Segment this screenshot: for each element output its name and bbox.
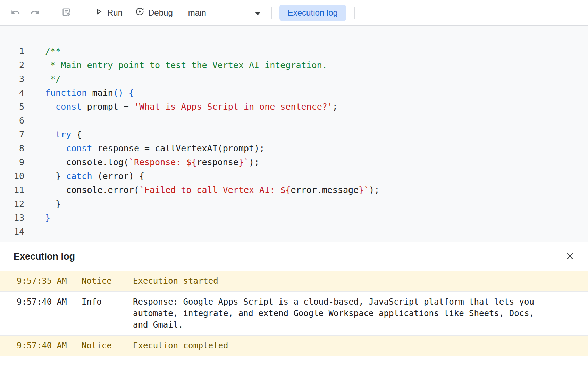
line-number: 3 <box>0 72 24 86</box>
function-selector[interactable]: main <box>185 6 264 20</box>
code-token: } <box>45 171 66 181</box>
save-project-button[interactable] <box>59 6 73 20</box>
code-token: */ <box>45 74 61 84</box>
line-number: 5 <box>0 100 24 114</box>
code-line[interactable]: function main() { <box>45 86 379 100</box>
code-token <box>45 129 56 139</box>
close-execution-log-button[interactable] <box>562 249 578 264</box>
code-token: error.message <box>291 185 359 195</box>
code-token: ; <box>333 102 338 112</box>
code-token: }` <box>238 157 249 167</box>
log-entry-level: Notice <box>82 340 133 352</box>
undo-icon <box>11 8 20 18</box>
code-token: response = callVertexAI(prompt); <box>92 143 264 153</box>
code-token: response <box>197 157 238 167</box>
chevron-down-icon <box>254 8 261 18</box>
code-token: } <box>45 213 50 223</box>
debug-button[interactable]: Debug <box>135 7 173 18</box>
line-number: 10 <box>0 169 24 183</box>
code-token: try <box>56 129 71 139</box>
code-editor[interactable]: 1234567891011121314 /** * Main entry poi… <box>0 26 588 242</box>
code-line[interactable]: const prompt = 'What is Apps Script in o… <box>45 100 379 114</box>
log-entry-time: 9:57:40 AM <box>0 340 82 352</box>
line-number: 9 <box>0 155 24 169</box>
log-entry-level: Notice <box>82 276 133 287</box>
log-entry-level: Info <box>82 296 133 308</box>
line-number: 4 <box>0 86 24 100</box>
log-entry-time: 9:57:40 AM <box>0 296 82 308</box>
code-token: ); <box>369 185 379 195</box>
code-line[interactable]: } catch (error) { <box>45 169 379 183</box>
code-line[interactable]: console.error(`Failed to call Vertex AI:… <box>45 183 379 197</box>
line-number: 7 <box>0 128 24 142</box>
save-project-icon <box>61 7 71 18</box>
code-token: } <box>45 199 61 209</box>
log-entry-message: Execution completed <box>133 340 567 352</box>
toolbar-divider <box>50 7 50 19</box>
code-token: console.error( <box>45 185 139 195</box>
code-token <box>124 88 129 98</box>
debug-label: Debug <box>148 8 173 18</box>
code-line[interactable]: /** <box>45 44 379 58</box>
toolbar: Run Debug main Execution log <box>0 0 588 26</box>
run-play-icon <box>94 7 103 18</box>
line-number: 14 <box>0 225 24 239</box>
code-token: main <box>87 88 113 98</box>
line-number: 13 <box>0 211 24 225</box>
code-line[interactable]: } <box>45 211 379 225</box>
redo-button[interactable] <box>28 6 42 20</box>
indent-guide <box>50 58 50 225</box>
execution-log-title: Execution log <box>14 251 75 262</box>
run-label: Run <box>107 8 123 18</box>
code-token: console.log( <box>45 157 129 167</box>
code-token: `Failed to call Vertex AI: ${ <box>139 185 291 195</box>
code-token: /** <box>45 46 61 56</box>
code-line[interactable]: * Main entry point to test the Vertex AI… <box>45 58 379 72</box>
code-token: 'What is Apps Script in one sentence?' <box>134 102 333 112</box>
log-entry: 9:57:40 AMInfoResponse: Google Apps Scri… <box>0 292 588 336</box>
execution-log-header: Execution log <box>0 242 588 271</box>
code-token: catch <box>66 171 92 181</box>
line-number: 2 <box>0 58 24 72</box>
code-token: const <box>56 102 82 112</box>
code-token: (error) { <box>92 171 144 181</box>
code-token: prompt = <box>82 102 134 112</box>
code-line[interactable] <box>45 225 379 239</box>
line-number: 1 <box>0 44 24 58</box>
log-entry: 9:57:40 AMNoticeExecution completed <box>0 336 588 356</box>
line-number: 6 <box>0 114 24 128</box>
code-line[interactable]: try { <box>45 128 379 142</box>
code-token: { <box>71 129 82 139</box>
toolbar-divider <box>354 7 355 19</box>
code-token: }` <box>359 185 369 195</box>
code-line[interactable] <box>45 114 379 128</box>
run-button[interactable]: Run <box>94 7 123 18</box>
line-number: 12 <box>0 197 24 211</box>
function-selector-value: main <box>188 8 206 18</box>
toolbar-divider <box>271 7 272 19</box>
apps-script-editor: Run Debug main Execution log 12345678910… <box>0 0 588 381</box>
execution-log-entries: 9:57:35 AMNoticeExecution started9:57:40… <box>0 271 588 381</box>
undo-button[interactable] <box>8 6 22 20</box>
code-token <box>45 102 56 112</box>
line-number: 8 <box>0 142 24 155</box>
code-token <box>45 143 66 153</box>
code-token: () <box>113 88 124 98</box>
log-entry-message: Execution started <box>133 276 567 287</box>
line-number-gutter: 1234567891011121314 <box>0 44 24 242</box>
code-line[interactable]: console.log(`Response: ${response}`); <box>45 155 379 169</box>
code-line[interactable]: */ <box>45 72 379 86</box>
code-line[interactable]: const response = callVertexAI(prompt); <box>45 142 379 155</box>
code-token: { <box>129 88 134 98</box>
debug-icon <box>135 7 144 18</box>
code-token: const <box>66 143 92 153</box>
log-entry-message: Response: Google Apps Script is a cloud-… <box>133 296 567 331</box>
code-line[interactable]: } <box>45 197 379 211</box>
log-entry-time: 9:57:35 AM <box>0 276 82 287</box>
execution-log-button[interactable]: Execution log <box>279 5 346 21</box>
code-token: function <box>45 88 87 98</box>
redo-icon <box>30 8 40 18</box>
code-token: * Main entry point to test the Vertex AI… <box>45 60 327 70</box>
code-area[interactable]: /** * Main entry point to test the Verte… <box>24 44 379 242</box>
code-token: ); <box>249 157 259 167</box>
